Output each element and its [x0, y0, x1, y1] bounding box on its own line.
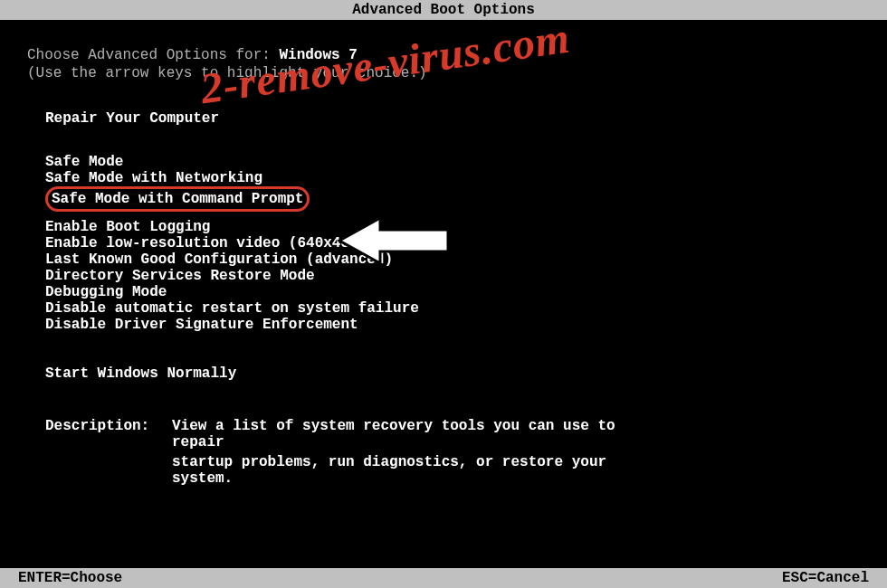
footer-esc-hint: ESC=Cancel — [782, 570, 869, 586]
option-safe-mode-cmd[interactable]: Safe Mode with Command Prompt — [45, 186, 869, 203]
description-line1: View a list of system recovery tools you… — [172, 418, 661, 450]
main-content: 2-remove-virus.com Choose Advanced Optio… — [0, 20, 887, 552]
heading-line: Choose Advanced Options for: Windows 7 — [27, 47, 869, 63]
option-no-auto-restart[interactable]: Disable automatic restart on system fail… — [45, 300, 869, 317]
option-boot-logging[interactable]: Enable Boot Logging — [45, 219, 869, 235]
description-label: Description: — [45, 418, 172, 487]
heading-prefix: Choose Advanced Options for: — [27, 47, 279, 63]
option-lkgc[interactable]: Last Known Good Configuration (advanced) — [45, 251, 869, 268]
description-text: View a list of system recovery tools you… — [172, 418, 661, 487]
option-debug[interactable]: Debugging Mode — [45, 284, 869, 300]
description-block: Description: View a list of system recov… — [45, 418, 869, 487]
option-safe-mode[interactable]: Safe Mode — [45, 154, 869, 170]
option-safe-mode-cmd-label: Safe Mode with Command Prompt — [45, 186, 310, 212]
option-no-sig-enforce[interactable]: Disable Driver Signature Enforcement — [45, 317, 869, 333]
option-ds-restore[interactable]: Directory Services Restore Mode — [45, 268, 869, 284]
footer-bar: ENTER=Choose ESC=Cancel — [0, 568, 887, 588]
option-start-normally[interactable]: Start Windows Normally — [45, 365, 869, 382]
title-bar: Advanced Boot Options — [0, 0, 887, 20]
option-low-res[interactable]: Enable low-resolution video (640x480) — [45, 235, 869, 251]
repair-computer-option[interactable]: Repair Your Computer — [45, 110, 869, 127]
window-title: Advanced Boot Options — [352, 2, 535, 18]
os-name: Windows 7 — [279, 47, 357, 63]
options-list: Safe Mode Safe Mode with Networking Safe… — [45, 154, 869, 382]
footer-enter-hint: ENTER=Choose — [18, 570, 122, 586]
description-line2: startup problems, run diagnostics, or re… — [172, 454, 661, 487]
option-safe-mode-networking[interactable]: Safe Mode with Networking — [45, 170, 869, 186]
instruction-hint: (Use the arrow keys to highlight your ch… — [27, 65, 869, 81]
